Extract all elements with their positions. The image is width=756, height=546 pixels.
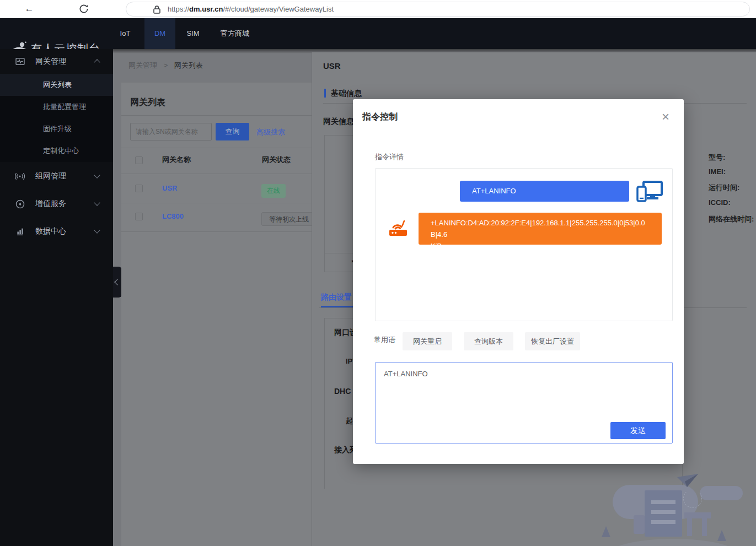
quick-button-query-version[interactable]: 查询版本 xyxy=(464,332,513,350)
chair-shape xyxy=(634,515,645,534)
column-header-name: 网关名称 xyxy=(162,155,191,165)
divider xyxy=(121,203,312,203)
chevron-left-icon xyxy=(114,279,120,285)
info-label-runtime: 运行时间: xyxy=(709,183,739,193)
command-history-panel: AT+LANINFO +LANINFO:D4:AD:20:92:2F:E4|19… xyxy=(375,168,673,321)
status-badge-online: 在线 xyxy=(261,184,286,198)
services-icon xyxy=(15,199,25,209)
info-label-network-online-time: 网络在线时间: xyxy=(709,214,754,224)
sidebar-group-value-added-services[interactable]: 增值服务 xyxy=(0,193,113,215)
command-detail-label: 指令详情 xyxy=(375,152,404,162)
sidebar-item-gateway-list[interactable]: 网关列表 xyxy=(0,74,113,96)
sidebar-group-gateway-management[interactable]: 网关管理 xyxy=(0,51,113,73)
divider xyxy=(121,174,312,174)
divider xyxy=(121,231,312,232)
chevron-down-icon xyxy=(94,199,100,206)
chevron-up-icon xyxy=(94,59,100,65)
broadcast-icon xyxy=(15,172,25,181)
gateway-list-card: 网关列表 查询 高级搜索 网关名称 网关状态 USR 在线 LC800 等待初次… xyxy=(121,83,312,546)
plane-trail xyxy=(683,489,702,508)
info-label-model: 型号: xyxy=(709,153,725,163)
response-line-2: KiB xyxy=(431,240,650,252)
url-text: https://dm.usr.cn/#/cloud/gateway/ViewGa… xyxy=(168,2,334,16)
send-button[interactable]: 发送 xyxy=(610,422,666,439)
tab-route-settings[interactable]: 路由设置 xyxy=(321,293,352,302)
sidebar-group-label: 增值服务 xyxy=(35,199,66,209)
browser-refresh-button[interactable] xyxy=(78,3,89,17)
breadcrumb-gateway-management[interactable]: 网关管理 xyxy=(128,61,157,69)
divider xyxy=(121,148,312,148)
nav-tab-iot[interactable]: IoT xyxy=(112,18,138,49)
empty-state-illustration xyxy=(602,468,756,546)
chevron-down-icon xyxy=(94,227,100,233)
gateway-info-label: 网关信息 xyxy=(323,117,354,127)
document-line xyxy=(651,520,675,524)
sidebar: 网关管理 网关列表 批量配置管理 固件升级 定制化中心 组网管理 增值服务 xyxy=(0,49,113,546)
table-leg xyxy=(687,518,692,536)
paper-plane-icon xyxy=(676,473,699,488)
url-bar[interactable]: https://dm.usr.cn/#/cloud/gateway/ViewGa… xyxy=(126,2,750,17)
breadcrumb: 网关管理 > 网关列表 xyxy=(128,61,203,71)
breadcrumb-separator: > xyxy=(159,61,173,69)
label-start: 起 xyxy=(346,416,353,426)
detail-title: USR xyxy=(323,61,341,71)
search-input[interactable] xyxy=(130,123,212,140)
sidebar-collapse-handle[interactable] xyxy=(113,267,122,298)
select-all-checkbox[interactable] xyxy=(135,156,143,164)
nav-tab-dm[interactable]: DM xyxy=(144,18,175,49)
table-shape xyxy=(684,512,711,518)
section-accent-bar xyxy=(324,89,326,98)
nav-tab-sim[interactable]: SIM xyxy=(181,18,205,49)
sent-command-bubble: AT+LANINFO xyxy=(460,181,629,202)
breadcrumb-gateway-list: 网关列表 xyxy=(174,61,203,69)
response-bubble: +LANINFO:D4:AD:20:92:2F:E4|192.168.1.1|2… xyxy=(419,213,662,245)
response-line-1: +LANINFO:D4:AD:20:92:2F:E4|192.168.1.1|2… xyxy=(431,217,650,240)
tree-shape xyxy=(717,530,726,541)
sidebar-submenu: 网关列表 批量配置管理 固件升级 定制化中心 xyxy=(0,74,113,162)
modal-close-button[interactable]: × xyxy=(662,109,669,125)
section-basic-info: 基础信息 xyxy=(331,89,362,99)
sidebar-item-customization-center[interactable]: 定制化中心 xyxy=(0,140,113,162)
quick-button-factory-reset[interactable]: 恢复出厂设置 xyxy=(525,332,580,350)
sidebar-group-label: 网关管理 xyxy=(35,57,66,67)
document-line xyxy=(651,510,675,514)
info-label-imei: IMEI: xyxy=(709,167,726,176)
sidebar-group-label: 组网管理 xyxy=(35,171,66,181)
sidebar-item-batch-config[interactable]: 批量配置管理 xyxy=(0,96,113,118)
quick-button-reboot[interactable]: 网关重启 xyxy=(403,332,452,350)
sidebar-item-firmware-upgrade[interactable]: 固件升级 xyxy=(0,118,113,140)
router-icon xyxy=(388,217,408,237)
table-leg xyxy=(702,518,707,536)
page: ← https://dm.usr.cn/#/cloud/gateway/View… xyxy=(0,0,756,546)
document-line xyxy=(651,500,675,504)
refresh-icon xyxy=(78,3,89,14)
modal-title: 指令控制 xyxy=(362,111,398,123)
info-label-iccid: ICCID: xyxy=(709,198,731,207)
lock-icon xyxy=(153,5,160,14)
browser-chrome: ← https://dm.usr.cn/#/cloud/gateway/View… xyxy=(0,0,756,18)
sidebar-group-label: 数据中心 xyxy=(35,226,66,236)
top-nav: 有人云控制台 www.usr.cn IoT DM SIM 官方商城 xyxy=(0,18,756,49)
row-checkbox[interactable] xyxy=(135,213,143,220)
data-chart-icon xyxy=(15,227,25,236)
command-control-modal: 指令控制 × 指令详情 AT+LANINFO +LANINFO:D4:AD:20… xyxy=(353,99,684,464)
divider xyxy=(121,115,312,116)
row-checkbox[interactable] xyxy=(135,185,143,192)
document-shape xyxy=(645,490,682,537)
status-badge-waiting: 等待初次上线 xyxy=(261,212,312,226)
browser-back-button[interactable]: ← xyxy=(22,2,36,15)
label-dhcp: DHC xyxy=(334,387,351,396)
column-header-status: 网关状态 xyxy=(262,155,291,165)
chevron-down-icon xyxy=(94,172,100,178)
gateway-link-usr[interactable]: USR xyxy=(162,184,177,192)
sidebar-group-data-center[interactable]: 数据中心 xyxy=(0,220,113,242)
quick-phrases-label: 常用语 xyxy=(374,335,395,345)
cloud-shape xyxy=(700,486,743,500)
tree-shape xyxy=(602,526,610,537)
gateway-link-lc800[interactable]: LC800 xyxy=(162,212,184,220)
search-button[interactable]: 查询 xyxy=(216,123,249,140)
advanced-search-link[interactable]: 高级搜索 xyxy=(256,127,285,137)
gateway-icon xyxy=(15,57,25,66)
nav-tab-shop[interactable]: 官方商城 xyxy=(215,18,255,49)
sidebar-group-network-management[interactable]: 组网管理 xyxy=(0,165,113,187)
